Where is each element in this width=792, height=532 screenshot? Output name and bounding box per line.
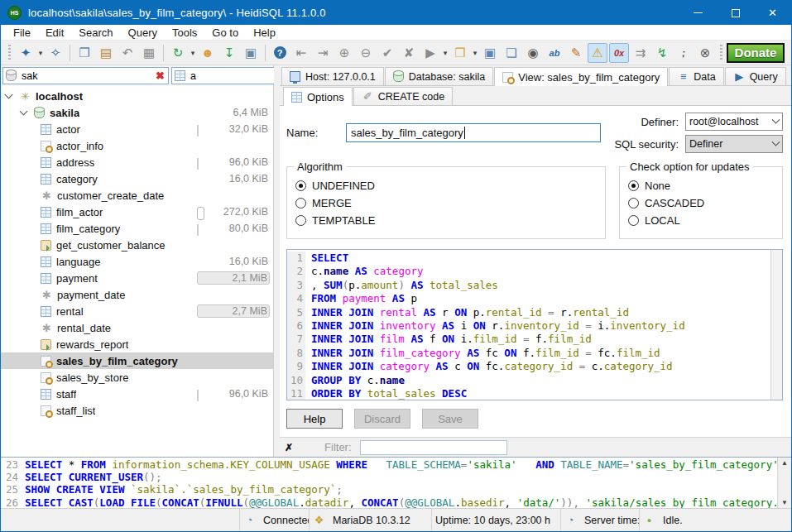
donate-button[interactable]: Donate (727, 43, 785, 63)
close-filter-icon[interactable]: ✗ (285, 442, 293, 453)
menu-item-help[interactable]: Help (246, 26, 283, 40)
close-button[interactable]: ✕ (754, 1, 791, 25)
save-sql-icon[interactable]: ▣ (480, 43, 500, 63)
clear-database-filter-icon[interactable]: ✖ (155, 69, 166, 82)
subtab-create-code[interactable]: ✐CREATE code (353, 87, 453, 105)
post-changes-icon[interactable]: ✔ (377, 43, 397, 63)
save-button[interactable]: Save (422, 409, 478, 429)
radio-cascaded[interactable]: CASCADED (628, 194, 774, 212)
session-manager-dropdown[interactable]: ▾ (36, 49, 45, 57)
radio-button-icon[interactable] (628, 180, 639, 191)
bind-params-icon[interactable]: ⚠ (588, 43, 607, 63)
tree-item-film-actor[interactable]: film_actor272,0 KiB (1, 204, 273, 220)
scroll-down-icon[interactable]: ▼ (781, 499, 788, 506)
refresh-dropdown[interactable]: ▾ (189, 49, 197, 57)
reconnect-icon[interactable]: ↯ (652, 43, 672, 63)
load-sql-file-dropdown[interactable]: ▾ (471, 49, 479, 57)
tree-item-actor[interactable]: actor32,0 KiB (1, 121, 273, 137)
tab-query[interactable]: ▶Query (725, 67, 786, 85)
tree-item-actor-info[interactable]: actor_info (1, 137, 273, 154)
menu-item-tools[interactable]: Tools (165, 26, 204, 40)
menu-item-search[interactable]: Search (71, 26, 120, 40)
hex-view-icon[interactable]: 0x (609, 43, 629, 63)
add-record-icon[interactable]: ⊕ (334, 43, 354, 63)
tree-item-get-customer-balance[interactable]: get_customer_balance (1, 237, 273, 253)
snippet-save-icon[interactable]: ▣ (241, 43, 261, 63)
radio-button-icon[interactable] (295, 180, 306, 191)
expand-chevron-icon[interactable] (20, 107, 28, 115)
tree-item-sakila[interactable]: sakila6,4 MiB (1, 104, 273, 121)
view-name-input[interactable]: sales_by_film_category (346, 123, 601, 142)
radio-local[interactable]: LOCAL (628, 212, 774, 229)
tree-item-rewards-report[interactable]: rewards_report (1, 336, 273, 352)
tree-item-language[interactable]: language16,0 KiB (1, 253, 273, 270)
radio-button-icon[interactable] (628, 198, 639, 208)
find-icon[interactable]: ◉ (523, 43, 543, 63)
tree-item-sales-by-store[interactable]: sales_by_store (1, 369, 273, 386)
maximize-button[interactable] (717, 1, 754, 25)
tree-item-payment[interactable]: payment2,1 MiB (1, 270, 273, 286)
radio-merge[interactable]: MERGE (295, 194, 597, 212)
go-first-icon[interactable]: ⇤ (291, 43, 311, 63)
tree-item-staff-list[interactable]: staff_list (1, 402, 273, 419)
tree-item-rental[interactable]: rental2,7 MiB (1, 303, 273, 319)
disconnect-icon[interactable]: ✧ (46, 43, 65, 63)
export-database-icon[interactable]: ↧ (219, 43, 239, 63)
editor-scrollbar[interactable] (770, 250, 782, 400)
help-icon[interactable]: ? (270, 43, 290, 63)
user-manager-icon[interactable]: ☻ (198, 43, 218, 63)
sql-security-select[interactable]: Definer (685, 135, 783, 153)
go-last-icon[interactable]: ⇥ (313, 43, 333, 63)
next-statement-icon[interactable]: ⇉ (631, 43, 650, 63)
tree-item-localhost[interactable]: ✳localhost (1, 88, 273, 104)
panel-splitter[interactable] (274, 65, 280, 457)
run-query-icon[interactable]: ▶ (420, 43, 440, 63)
tab-view-sales-by-film-category[interactable]: View: sales_by_film_category (494, 67, 668, 86)
stop-icon[interactable]: ⊗ (695, 43, 715, 63)
menu-item-query[interactable]: Query (121, 26, 165, 40)
run-query-dropdown[interactable]: ▾ (441, 49, 449, 57)
tab-database-sakila[interactable]: Database: sakila (385, 67, 493, 85)
tree-item-rental-date[interactable]: ✱rental_date (1, 319, 273, 336)
find-replace-icon[interactable]: ab (545, 43, 564, 63)
paste-icon[interactable]: ▤ (96, 43, 116, 63)
filter-input[interactable] (360, 440, 507, 455)
radio-none[interactable]: None (628, 177, 774, 194)
expand-chevron-icon[interactable] (5, 90, 13, 98)
minimize-button[interactable] (679, 1, 717, 25)
cancel-editing-icon[interactable]: ✘ (399, 43, 419, 63)
tree-item-film-category[interactable]: film_category80,0 KiB (1, 220, 273, 237)
sql-code[interactable]: 1SELECT2c.name AS category3, SUM(p.amoun… (287, 250, 770, 400)
tree-item-address[interactable]: address96,0 KiB (1, 154, 273, 170)
tree-item-category[interactable]: category16,0 KiB (1, 170, 273, 187)
definer-select[interactable]: root@localhost (685, 113, 783, 131)
delete-record-icon[interactable]: ⊖ (356, 43, 376, 63)
view-sql-editor[interactable]: 1SELECT2c.name AS category3, SUM(p.amoun… (286, 249, 783, 400)
discard-button[interactable]: Discard (354, 409, 410, 429)
menu-item-file[interactable]: File (6, 26, 38, 40)
radio-button-icon[interactable] (628, 215, 639, 226)
tab-data[interactable]: ≡Data (669, 67, 723, 85)
radio-button-icon[interactable] (295, 215, 306, 226)
tab-host-127-0-0-1[interactable]: Host: 127.0.0.1 (281, 67, 384, 85)
menu-item-edit[interactable]: Edit (38, 26, 71, 40)
tree-item-staff[interactable]: staff96,0 KiB (1, 386, 273, 402)
session-manager-icon[interactable]: ✦ (16, 43, 36, 63)
delimiter-icon[interactable]: ; (674, 43, 694, 63)
sql-log[interactable]: 23SELECT * FROM information_schema.KEY_C… (1, 458, 777, 508)
database-filter-input[interactable] (22, 70, 155, 82)
radio-button-icon[interactable] (295, 198, 306, 208)
load-sql-file-icon[interactable]: ❒ (450, 43, 470, 63)
save-sql-as-icon[interactable]: ❏ (502, 43, 521, 63)
tab-new-query[interactable]: ⊞ (787, 67, 792, 85)
scroll-up-icon[interactable]: ▲ (781, 459, 788, 467)
tree-item-sales-by-film-category[interactable]: sales_by_film_category (1, 352, 273, 369)
undo-icon[interactable]: ↶ (118, 43, 137, 63)
help-button[interactable]: Help (286, 409, 343, 429)
log-scrollbar[interactable]: ▲ ▼ (777, 458, 791, 508)
radio-undefined[interactable]: UNDEFINED (295, 177, 597, 194)
menu-item-go-to[interactable]: Go to (204, 26, 246, 40)
refresh-icon[interactable]: ↻ (168, 43, 188, 63)
copy-icon[interactable]: ❐ (74, 43, 94, 63)
print-icon[interactable]: ▦ (139, 43, 159, 63)
